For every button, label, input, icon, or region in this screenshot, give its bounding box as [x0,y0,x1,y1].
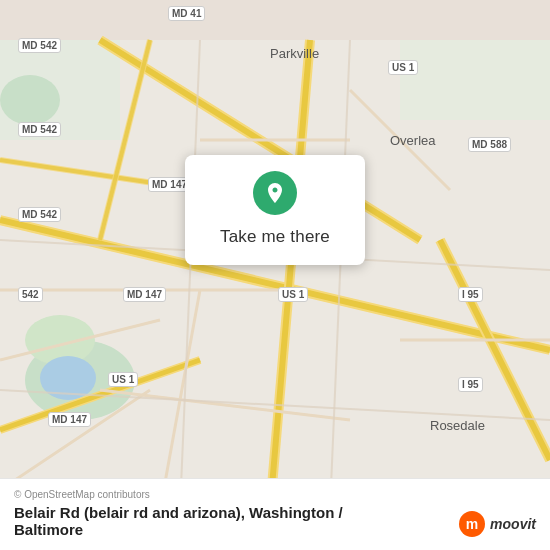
moovit-text: moovit [490,516,536,532]
road-label-md542-3: MD 542 [18,207,61,222]
svg-point-4 [0,75,60,125]
moovit-logo: m moovit [458,510,536,538]
take-me-there-button[interactable]: Take me there [220,225,330,249]
road-label-md542-1: MD 542 [18,38,61,53]
moovit-icon: m [458,510,486,538]
map-container: Overlea Rosedale Parkville MD 542 MD 41 … [0,0,550,550]
svg-rect-5 [400,40,550,120]
road-label-i95-1: I 95 [458,287,483,302]
svg-text:Overlea: Overlea [390,133,436,148]
svg-text:m: m [466,516,478,532]
road-label-us1-top: US 1 [388,60,418,75]
location-pin-icon [263,181,287,205]
road-label-us1-mid: US 1 [278,287,308,302]
location-title-line1: Belair Rd (belair rd and arizona), Washi… [14,504,343,521]
map-svg: Overlea Rosedale Parkville [0,0,550,550]
svg-text:Parkville: Parkville [270,46,319,61]
map-pin [253,171,297,215]
road-label-md542-2: MD 542 [18,122,61,137]
road-label-i95-2: I 95 [458,377,483,392]
svg-text:Rosedale: Rosedale [430,418,485,433]
road-label-542-4: 542 [18,287,43,302]
road-label-md147-2: MD 147 [123,287,166,302]
info-card: Take me there [185,155,365,265]
copyright-text: © OpenStreetMap contributors [14,489,536,500]
location-title-line2: Baltimore [14,521,83,538]
road-label-us1-bot: US 1 [108,372,138,387]
road-label-md41: MD 41 [168,6,205,21]
road-label-md147-3: MD 147 [48,412,91,427]
road-label-md588: MD 588 [468,137,511,152]
